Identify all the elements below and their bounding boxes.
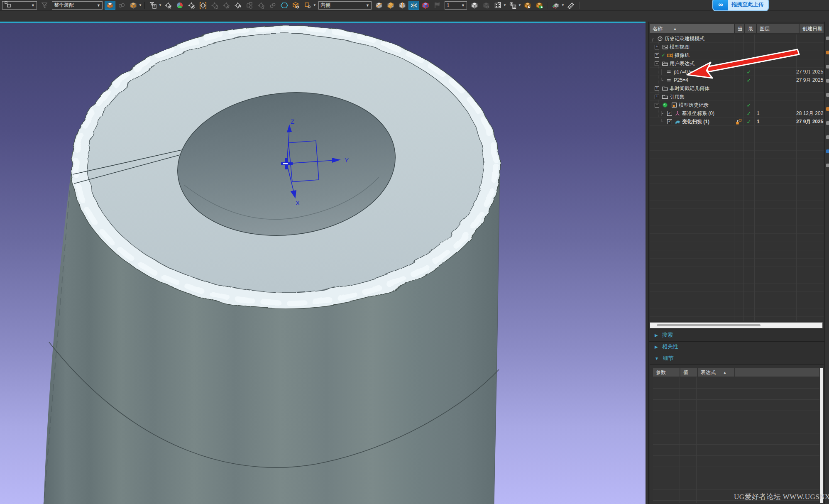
tree-row[interactable]: ├p17=0.5✓27 9月 2025 <box>650 68 824 76</box>
details-column-label: 表达式 <box>701 369 716 376</box>
details-vertical-scrollbar[interactable] <box>820 368 823 503</box>
resource-bar-icon[interactable] <box>826 149 829 153</box>
column-header-4[interactable]: 图层 <box>757 24 799 33</box>
snap-elevate-button[interactable] <box>256 1 267 10</box>
section-side-combo[interactable]: 内侧▼ <box>318 1 372 10</box>
collapse-icon[interactable]: − <box>655 61 659 66</box>
section-header-2[interactable]: ▶相关性 <box>649 341 824 352</box>
interpart-link-button[interactable] <box>116 1 127 10</box>
shape-snap-button[interactable] <box>244 1 255 10</box>
expand-icon[interactable]: + <box>655 45 659 49</box>
details-column-header-2[interactable]: 值 <box>680 368 697 377</box>
column-header-2[interactable]: 当 <box>735 24 744 33</box>
tree-row-label: P25=4 <box>674 77 688 83</box>
chevron-down-icon[interactable]: ▼ <box>159 3 162 7</box>
resource-bar-icon[interactable] <box>826 79 829 83</box>
infinity-logo-icon: ∞ <box>713 0 728 10</box>
column-label: 名称 <box>653 25 663 32</box>
solid-body-select-button[interactable] <box>105 1 115 10</box>
resource-bar-icon[interactable] <box>826 37 829 40</box>
feature-checkbox[interactable]: ✓ <box>667 111 672 116</box>
snap-forward-button[interactable] <box>232 1 243 10</box>
resource-bar-icon[interactable] <box>826 93 829 97</box>
orient-view-button[interactable] <box>550 1 561 10</box>
tree-row[interactable]: ├✓基准坐标系 (0)✓128 12月 202 <box>650 109 824 117</box>
graphics-viewport[interactable]: Z Y X <box>0 22 646 504</box>
tree-row[interactable]: −用户表达式✓ <box>650 59 824 68</box>
chevron-down-icon[interactable]: ▼ <box>313 3 316 7</box>
selection-scope-combo[interactable]: ▼ <box>2 1 37 10</box>
render-settings-button[interactable] <box>481 1 492 10</box>
resource-bar-icon[interactable] <box>826 135 829 139</box>
resource-bar-icon[interactable] <box>826 51 829 54</box>
enable-snap-button[interactable] <box>198 1 208 10</box>
edit-object-display-button[interactable] <box>522 1 533 10</box>
body-snap-button[interactable] <box>291 1 301 10</box>
column-header-1[interactable]: 名称▲ <box>650 24 734 33</box>
chevron-down-icon[interactable]: ▼ <box>503 3 506 7</box>
column-header-3[interactable]: 最 <box>745 24 756 33</box>
tree-row[interactable]: +引用集 <box>650 93 824 101</box>
tree-horizontal-scrollbar[interactable] <box>650 322 823 328</box>
edit-section-button[interactable] <box>374 1 384 10</box>
details-column-header-1[interactable]: 参数 <box>653 368 680 377</box>
chevron-down-icon[interactable]: ▼ <box>518 3 521 7</box>
face-snap-button[interactable] <box>302 1 313 10</box>
expand-icon[interactable]: + <box>655 95 659 99</box>
tree-row[interactable]: └✓变化扫掠 (1)✓127 9月 2025 <box>650 117 824 126</box>
section-plane-button[interactable] <box>385 1 396 10</box>
selection-range-combo[interactable]: 整个装配▼ <box>52 1 103 10</box>
snap-point-list-button[interactable] <box>148 1 159 10</box>
reset-filter-button[interactable] <box>39 1 50 10</box>
expand-icon[interactable]: + <box>655 86 659 91</box>
resource-bar-icon[interactable] <box>826 107 829 111</box>
rotate-point-button[interactable] <box>174 1 185 10</box>
feature-checkbox[interactable]: ✓ <box>667 119 672 124</box>
shaded-view-button[interactable] <box>469 1 480 10</box>
export-body-button[interactable] <box>128 1 139 10</box>
tree-row[interactable]: +模型视图 <box>650 43 824 51</box>
snap-back-button[interactable] <box>209 1 220 10</box>
details-column-header-4[interactable] <box>735 368 819 377</box>
navigator-tree: ┌历史记录建模模式+模型视图+✓摄像机−用户表达式✓├p17=0.5✓27 9月… <box>650 34 824 321</box>
tree-row-label: 引用集 <box>670 93 685 100</box>
tree-row[interactable]: ┌历史记录建模模式 <box>650 34 824 43</box>
tree-row[interactable]: +✓摄像机 <box>650 51 824 59</box>
resource-bar-strip[interactable] <box>824 12 829 504</box>
column-header-5[interactable]: 创建日期 <box>800 24 824 33</box>
snap-clear-button[interactable] <box>221 1 232 10</box>
upload-overlay-badge[interactable]: ∞ 拖拽至此上传 <box>712 0 769 11</box>
resource-bar-icon[interactable] <box>826 121 829 125</box>
point-settings-button[interactable] <box>186 1 197 10</box>
polygon-snap-button[interactable] <box>279 1 290 10</box>
immediate-hide-button[interactable] <box>534 1 545 10</box>
tree-row[interactable]: −模型历史记录✓ <box>650 101 824 109</box>
flag-button[interactable] <box>432 1 443 10</box>
fit-view-button[interactable] <box>492 1 503 10</box>
tree-row[interactable]: +非时间戳记几何体 <box>650 84 824 93</box>
details-column-header-3[interactable]: 表达式▲ <box>698 368 734 377</box>
clip-section-button[interactable] <box>408 1 419 10</box>
resource-bar-icon[interactable] <box>826 164 829 167</box>
chain-snap-button[interactable] <box>267 1 278 10</box>
measure-button[interactable] <box>565 1 576 10</box>
work-layer-combo[interactable]: 1▼ <box>445 1 467 10</box>
chevron-down-icon[interactable]: ▼ <box>561 3 565 7</box>
tree-row[interactable]: └P25=4✓27 9月 2025 <box>650 76 824 84</box>
tree-row-name: ├✓基准坐标系 (0) <box>650 109 734 117</box>
section-curve-button[interactable] <box>397 1 408 10</box>
enhanced-edges-button[interactable] <box>420 1 431 10</box>
scrollbar-thumb[interactable] <box>657 324 761 326</box>
model-view-icon <box>662 44 668 50</box>
part-navigator-panel: 部件导航器 名称▲当最图层创建日期 ┌历史记录建模模式+模型视图+✓摄像机−用户… <box>648 12 824 504</box>
section-header-3[interactable]: ▼细节 <box>649 353 824 363</box>
resource-bar-icon[interactable] <box>826 65 829 69</box>
collapse-icon[interactable]: − <box>655 103 659 108</box>
expand-icon[interactable]: + <box>655 53 659 58</box>
navigator-column-headers: 名称▲当最图层创建日期 <box>650 24 824 33</box>
section-header-1[interactable]: ▶搜索 <box>649 330 824 340</box>
show-hide-button[interactable] <box>507 1 518 10</box>
column-label: 当 <box>738 25 743 32</box>
chevron-down-icon[interactable]: ▼ <box>139 3 142 7</box>
point-filter-button[interactable] <box>163 1 174 10</box>
